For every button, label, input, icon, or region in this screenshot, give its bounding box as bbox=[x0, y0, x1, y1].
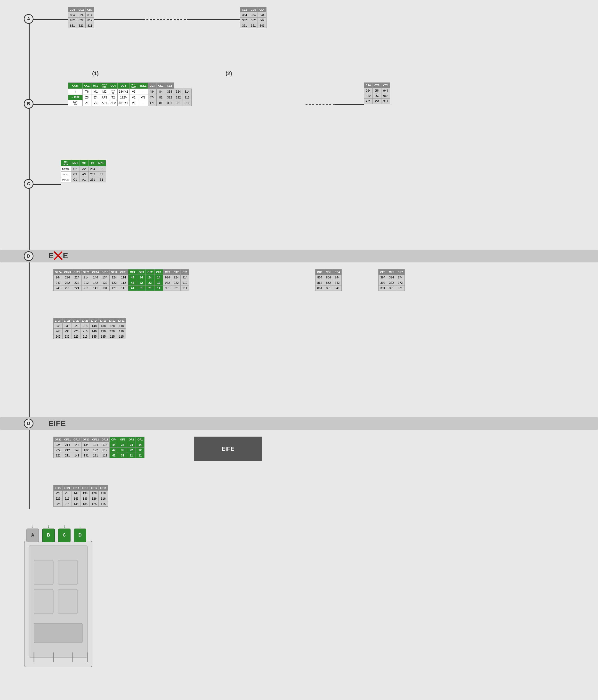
table-b-main: COM UC1 UC2 SDE2Res UC4 UC3 M2CESM SDE1 … bbox=[68, 82, 192, 107]
eife-title: EIFE bbox=[49, 419, 66, 428]
table-d1-ce: CE9CE8CE7 394384374 392382372 391381371 bbox=[378, 269, 405, 291]
diagram-container: { "section_A": { "label": "A", "tables":… bbox=[0, 0, 598, 700]
circle-b: B bbox=[24, 99, 33, 109]
table-a-right: CE6 CE5 CE4 364 354 344 362 352 342 361 … bbox=[240, 7, 267, 29]
table-d1-of: OF24 OF23 OF22 OF21 OF14 OF13 OF12 OF11 … bbox=[53, 269, 190, 291]
svg-rect-31 bbox=[34, 623, 82, 643]
svg-text:↓: ↓ bbox=[47, 523, 50, 528]
eife-box: EIFE bbox=[194, 436, 262, 461]
table-d1-cd: CD6CD5CD4 864854844 862852842 861851841 bbox=[315, 269, 342, 291]
num-label-1: (1) bbox=[92, 70, 99, 77]
x-mark bbox=[54, 251, 63, 260]
table-c: MNMX2 MX1 XF PF MCH D2/C12 C2A2254B2 /C1… bbox=[60, 160, 106, 183]
svg-text:↓: ↓ bbox=[63, 523, 66, 528]
table-d2-ef: EF22 EF21 EF14 EF13 EF12 EF11 2282181481… bbox=[53, 485, 108, 507]
svg-text:C: C bbox=[63, 533, 66, 538]
exe-title: E E bbox=[49, 251, 68, 260]
svg-rect-28 bbox=[58, 560, 78, 584]
circle-a: A bbox=[24, 14, 33, 24]
table-b-right: CT6 CT5 CT4 964954944 962952942 96195194… bbox=[364, 82, 390, 104]
svg-rect-29 bbox=[34, 590, 53, 614]
svg-text:↓: ↓ bbox=[79, 523, 81, 528]
table-a-left: CD3 CD2 CD1 834 824 814 832 822 812 831 … bbox=[68, 7, 94, 29]
table-d1-ef: EF24 EF23 EF22 EF21 EF14 EF13 EF12 EF11 … bbox=[53, 318, 126, 340]
device-svg: A B C D ↓ ↓ ↓ ↓ bbox=[15, 522, 107, 686]
svg-text:A: A bbox=[31, 533, 34, 538]
svg-rect-30 bbox=[58, 590, 78, 614]
svg-text:B: B bbox=[47, 533, 50, 538]
svg-rect-27 bbox=[34, 560, 53, 584]
table-d2-of: OF22 OF21 OF14 OF13 OF12 OF11 OF4 OF3 OF… bbox=[53, 436, 145, 459]
circuit-breaker-device: A B C D ↓ ↓ ↓ ↓ bbox=[15, 522, 107, 686]
svg-text:↓: ↓ bbox=[31, 523, 34, 528]
section-d1-bg bbox=[0, 250, 598, 262]
circle-d2: D bbox=[24, 419, 33, 428]
num-label-2: (2) bbox=[226, 70, 232, 77]
svg-text:D: D bbox=[79, 533, 82, 538]
circle-d1: D bbox=[24, 251, 33, 261]
circle-c: C bbox=[24, 179, 33, 189]
section-d2-bg bbox=[0, 417, 598, 430]
